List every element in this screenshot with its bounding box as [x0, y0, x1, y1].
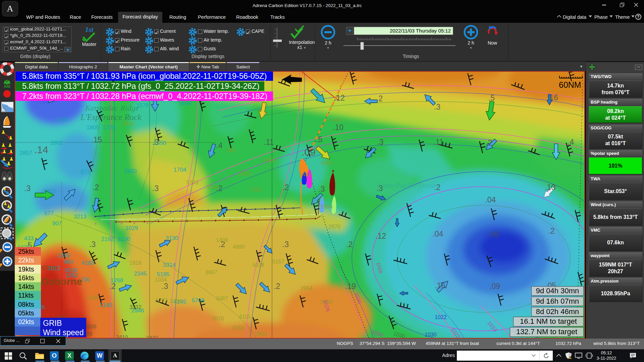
svg-text:1034: 1034 — [207, 184, 219, 190]
svg-text:2954: 2954 — [301, 286, 313, 291]
svg-text:677: 677 — [44, 210, 54, 217]
svg-text:1704: 1704 — [174, 167, 186, 173]
svg-text:5709: 5709 — [192, 297, 205, 304]
svg-text:!: ! — [570, 357, 571, 359]
svg-text:3314: 3314 — [163, 262, 176, 268]
svg-text:.2: .2 — [486, 138, 492, 147]
svg-text:AIS: AIS — [4, 84, 10, 89]
svg-text:Kermadec Ridge: Kermadec Ridge — [85, 104, 139, 112]
svg-text:2600: 2600 — [124, 168, 137, 174]
svg-text:.11: .11 — [433, 138, 443, 146]
svg-text:2802: 2802 — [50, 140, 63, 146]
svg-text:South Pacific Ocean: South Pacific Ocean — [377, 181, 438, 189]
svg-text:.3: .3 — [24, 184, 31, 193]
svg-text:3354: 3354 — [170, 298, 182, 304]
svg-text:2970: 2970 — [328, 224, 340, 230]
svg-text:3487: 3487 — [216, 296, 228, 301]
svg-text:.09: .09 — [302, 146, 316, 158]
svg-text:.3: .3 — [377, 138, 383, 146]
svg-text:493,: 493, — [227, 147, 237, 153]
svg-text:5028: 5028 — [252, 262, 264, 268]
svg-text:3570: 3570 — [212, 316, 224, 321]
svg-text:907: 907 — [52, 220, 62, 227]
svg-text:.2: .2 — [548, 227, 554, 235]
svg-text:1268: 1268 — [111, 277, 123, 284]
svg-text:2345: 2345 — [134, 270, 147, 277]
svg-text:.12: .12 — [375, 232, 386, 240]
svg-text:.11: .11 — [264, 138, 274, 146]
svg-text:3213: 3213 — [74, 214, 87, 220]
svg-text:7205: 7205 — [250, 187, 262, 193]
svg-text:L'Espérance Rock: L'Espérance Rock — [80, 113, 142, 122]
svg-text:2192: 2192 — [101, 236, 114, 242]
svg-text:2100: 2100 — [117, 236, 130, 242]
svg-text:1140: 1140 — [100, 302, 112, 308]
svg-text:5303: 5303 — [186, 180, 199, 185]
svg-text:5646: 5646 — [178, 100, 191, 107]
svg-text:.2: .2 — [274, 282, 280, 291]
svg-text:.10: .10 — [333, 123, 343, 132]
svg-text:1409: 1409 — [216, 237, 228, 243]
svg-text:4265: 4265 — [321, 160, 333, 166]
svg-text:.3: .3 — [282, 240, 289, 249]
svg-text:.09: .09 — [489, 282, 500, 291]
svg-text:1550: 1550 — [154, 140, 166, 146]
svg-text:.16: .16 — [435, 281, 445, 290]
svg-text:.2: .2 — [93, 183, 99, 192]
svg-text:1029: 1029 — [125, 225, 138, 231]
svg-text:.10: .10 — [545, 183, 555, 192]
svg-text:3273: 3273 — [156, 298, 168, 303]
svg-text:.3: .3 — [152, 184, 159, 193]
svg-text:.3: .3 — [162, 282, 168, 291]
svg-text:1918: 1918 — [129, 260, 142, 266]
svg-text:.14: .14 — [34, 144, 48, 155]
svg-text:4183: 4183 — [82, 260, 95, 266]
svg-text:5432: 5432 — [299, 172, 311, 177]
svg-text:3559: 3559 — [232, 325, 244, 331]
svg-text:1022: 1022 — [435, 314, 447, 320]
svg-text:.3: .3 — [318, 185, 325, 193]
svg-text:1066: 1066 — [87, 295, 99, 301]
svg-text:3506: 3506 — [85, 324, 97, 329]
svg-text:2353: 2353 — [43, 188, 56, 194]
svg-text:.04: .04 — [432, 230, 443, 238]
svg-text:.3: .3 — [434, 103, 440, 111]
svg-text:3130: 3130 — [166, 235, 178, 241]
svg-text:.06: .06 — [488, 230, 499, 239]
svg-text:4990: 4990 — [233, 244, 245, 250]
svg-text:60NM: 60NM — [559, 80, 581, 89]
svg-text:Osborne: Osborne — [41, 276, 82, 287]
svg-text:.15: .15 — [91, 135, 102, 144]
svg-text:.16: .16 — [547, 93, 558, 102]
svg-text:1030: 1030 — [425, 332, 437, 338]
svg-text:3438: 3438 — [56, 116, 68, 123]
svg-text:3332: 3332 — [129, 304, 142, 310]
svg-text:atoria: atoria — [40, 263, 57, 271]
svg-text:5157: 5157 — [272, 259, 284, 264]
svg-text:.19: .19 — [345, 282, 356, 291]
svg-text:4602: 4602 — [264, 158, 276, 163]
svg-text:3667: 3667 — [205, 269, 217, 275]
svg-text:2857: 2857 — [19, 150, 32, 156]
svg-text:.2: .2 — [346, 240, 353, 249]
svg-text:973: 973 — [80, 169, 90, 175]
svg-text:3891: 3891 — [256, 331, 268, 337]
svg-text:433: 433 — [24, 235, 34, 242]
svg-text:5954: 5954 — [321, 204, 333, 209]
svg-text:1805: 1805 — [87, 124, 99, 131]
svg-text:960: 960 — [64, 259, 73, 265]
svg-text:1034: 1034 — [155, 277, 167, 283]
svg-text:1728: 1728 — [103, 124, 115, 131]
svg-text:.2: .2 — [376, 94, 383, 103]
svg-text:2418: 2418 — [329, 117, 341, 123]
svg-text:2032: 2032 — [239, 171, 251, 177]
svg-text:.5: .5 — [316, 135, 322, 144]
svg-text:.04: .04 — [485, 195, 496, 204]
svg-text:.12: .12 — [334, 94, 345, 102]
svg-text:2359: 2359 — [58, 252, 70, 259]
svg-text:.4: .4 — [216, 141, 222, 150]
svg-text:.3: .3 — [89, 240, 96, 249]
svg-text:.4: .4 — [568, 138, 574, 146]
svg-text:.2: .2 — [282, 183, 289, 192]
svg-text:4115: 4115 — [239, 314, 251, 319]
